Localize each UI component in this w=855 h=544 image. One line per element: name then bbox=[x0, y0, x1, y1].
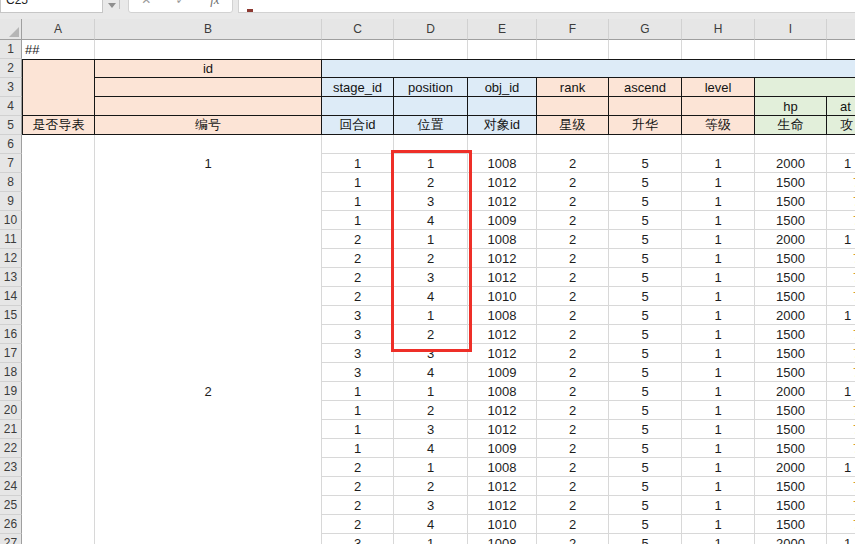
cell-C21[interactable]: 1 bbox=[322, 420, 394, 439]
cell-J5-atk-cn-clipped[interactable]: 攻 bbox=[827, 116, 855, 135]
row-header-18[interactable]: 18 bbox=[0, 363, 22, 382]
cell-J23[interactable]: 1 bbox=[827, 458, 855, 477]
cell-I18[interactable]: 1500 bbox=[755, 363, 827, 382]
cell-F17[interactable]: 2 bbox=[537, 344, 609, 363]
cell-J18[interactable]: 7 bbox=[827, 363, 855, 382]
cell-D25[interactable]: 3 bbox=[394, 496, 468, 515]
row-header-7[interactable]: 7 bbox=[0, 154, 22, 173]
cell-F11[interactable]: 2 bbox=[537, 230, 609, 249]
cell-I26[interactable]: 1500 bbox=[755, 515, 827, 534]
cell-C22[interactable]: 1 bbox=[322, 439, 394, 458]
cell-E9[interactable]: 1012 bbox=[468, 192, 537, 211]
cell-E25[interactable]: 1012 bbox=[468, 496, 537, 515]
name-box[interactable]: C25 bbox=[0, 0, 103, 13]
cell-J16[interactable]: 7 bbox=[827, 325, 855, 344]
cell-G13[interactable]: 5 bbox=[609, 268, 682, 287]
cell-G6[interactable] bbox=[609, 135, 682, 154]
cell-G21[interactable]: 5 bbox=[609, 420, 682, 439]
row-header-14[interactable]: 14 bbox=[0, 287, 22, 306]
cell-A8[interactable] bbox=[22, 173, 95, 192]
cell-G20[interactable]: 5 bbox=[609, 401, 682, 420]
row-header-19[interactable]: 19 bbox=[0, 382, 22, 401]
cell-F25[interactable]: 2 bbox=[537, 496, 609, 515]
row-header-9[interactable]: 9 bbox=[0, 192, 22, 211]
cell-F4[interactable] bbox=[537, 97, 609, 116]
row-header-24[interactable]: 24 bbox=[0, 477, 22, 496]
row-header-2[interactable]: 2 bbox=[0, 59, 22, 78]
cell-F18[interactable]: 2 bbox=[537, 363, 609, 382]
cell-I11[interactable]: 2000 bbox=[755, 230, 827, 249]
cell-J14[interactable]: 7 bbox=[827, 287, 855, 306]
cell-G4[interactable] bbox=[609, 97, 682, 116]
cell-E18[interactable]: 1009 bbox=[468, 363, 537, 382]
cell-A27[interactable] bbox=[22, 534, 95, 544]
cell-H16[interactable]: 1 bbox=[682, 325, 755, 344]
row-header-17[interactable]: 17 bbox=[0, 344, 22, 363]
cell-E20[interactable]: 1012 bbox=[468, 401, 537, 420]
column-header-F[interactable]: F bbox=[537, 19, 609, 40]
cell-E15[interactable]: 1008 bbox=[468, 306, 537, 325]
formula-bar-input[interactable] bbox=[238, 0, 855, 13]
cell-row1-blank[interactable] bbox=[609, 40, 682, 59]
cell-J7[interactable]: 1 bbox=[827, 154, 855, 173]
cell-A16[interactable] bbox=[22, 325, 95, 344]
cell-B25[interactable] bbox=[95, 496, 322, 515]
cell-C25[interactable]: 2 bbox=[322, 496, 394, 515]
cell-A6[interactable] bbox=[22, 135, 95, 154]
cell-C16[interactable]: 3 bbox=[322, 325, 394, 344]
column-header-C[interactable]: C bbox=[322, 19, 394, 40]
cell-H8[interactable]: 1 bbox=[682, 173, 755, 192]
cell-I24[interactable]: 1500 bbox=[755, 477, 827, 496]
column-header-B[interactable]: B bbox=[95, 19, 322, 40]
cell-B21[interactable] bbox=[95, 420, 322, 439]
cell-A18[interactable] bbox=[22, 363, 95, 382]
cell-H14[interactable]: 1 bbox=[682, 287, 755, 306]
cell-H25[interactable]: 1 bbox=[682, 496, 755, 515]
column-header-G[interactable]: G bbox=[609, 19, 682, 40]
cell-row1-blank[interactable] bbox=[755, 40, 827, 59]
cell-F13[interactable]: 2 bbox=[537, 268, 609, 287]
cell-H21[interactable]: 1 bbox=[682, 420, 755, 439]
cell-B16[interactable] bbox=[95, 325, 322, 344]
insert-function-icon[interactable]: fx bbox=[198, 0, 232, 8]
cell-F5-star[interactable]: 星级 bbox=[537, 116, 609, 135]
cell-F24[interactable]: 2 bbox=[537, 477, 609, 496]
cell-D20[interactable]: 2 bbox=[394, 401, 468, 420]
cell-G14[interactable]: 5 bbox=[609, 287, 682, 306]
cell-J10[interactable]: 7 bbox=[827, 211, 855, 230]
row-header-15[interactable]: 15 bbox=[0, 306, 22, 325]
cell-I13[interactable]: 1500 bbox=[755, 268, 827, 287]
cell-F20[interactable]: 2 bbox=[537, 401, 609, 420]
row-header-25[interactable]: 25 bbox=[0, 496, 22, 515]
cell-F15[interactable]: 2 bbox=[537, 306, 609, 325]
cell-I6[interactable] bbox=[755, 135, 827, 154]
cell-C14[interactable]: 2 bbox=[322, 287, 394, 306]
cell-I4-hp[interactable]: hp bbox=[755, 97, 827, 116]
cell-I19[interactable]: 2000 bbox=[755, 382, 827, 401]
cell-D23[interactable]: 1 bbox=[394, 458, 468, 477]
cell-I12[interactable]: 1500 bbox=[755, 249, 827, 268]
cell-I20[interactable]: 1500 bbox=[755, 401, 827, 420]
cell-G26[interactable]: 5 bbox=[609, 515, 682, 534]
cell-G24[interactable]: 5 bbox=[609, 477, 682, 496]
cell-B10[interactable] bbox=[95, 211, 322, 230]
row-header-27[interactable]: 27 bbox=[0, 534, 22, 544]
cell-C3-stage-id[interactable]: stage_id bbox=[322, 78, 394, 97]
cell-C27[interactable]: 3 bbox=[322, 534, 394, 544]
cell-G15[interactable]: 5 bbox=[609, 306, 682, 325]
cell-F10[interactable]: 2 bbox=[537, 211, 609, 230]
cell-F6[interactable] bbox=[537, 135, 609, 154]
cell-I7[interactable]: 2000 bbox=[755, 154, 827, 173]
cell-C19[interactable]: 1 bbox=[322, 382, 394, 401]
cell-D22[interactable]: 4 bbox=[394, 439, 468, 458]
cell-row1-blank[interactable] bbox=[468, 40, 537, 59]
cell-G25[interactable]: 5 bbox=[609, 496, 682, 515]
cell-B7[interactable]: 1 bbox=[95, 154, 322, 173]
cell-B24[interactable] bbox=[95, 477, 322, 496]
cell-F19[interactable]: 2 bbox=[537, 382, 609, 401]
cell-C7[interactable]: 1 bbox=[322, 154, 394, 173]
cell-D5-position-cn[interactable]: 位置 bbox=[394, 116, 468, 135]
cell-row1-blank[interactable] bbox=[682, 40, 755, 59]
cell-B22[interactable] bbox=[95, 439, 322, 458]
cell-H26[interactable]: 1 bbox=[682, 515, 755, 534]
